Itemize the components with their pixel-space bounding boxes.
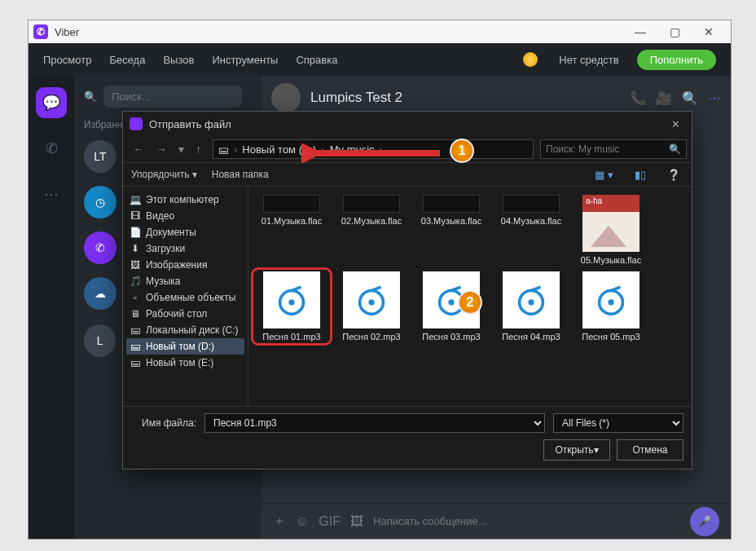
menu-chat[interactable]: Беседа [109, 54, 145, 66]
avatar: L [84, 324, 116, 357]
address-bar[interactable]: 🖴 › Новый том (D:) › My music › [213, 139, 534, 159]
app-title: Viber [55, 26, 79, 38]
avatar: ✆ [84, 231, 116, 264]
dialog-nav: ← → ▾ ↑ 🖴 › Новый том (D:) › My music › … [123, 136, 692, 162]
help-icon[interactable]: ❔ [664, 169, 683, 181]
tree-node[interactable]: 🖥Рабочий стол [126, 306, 244, 322]
search-icon: 🔍 [669, 143, 681, 155]
file-label: Песня 03.mp3 [422, 332, 480, 342]
view-mode-icon[interactable]: ▦ ▾ [591, 169, 617, 181]
chats-icon[interactable]: 💬 [36, 87, 67, 118]
breadcrumb-folder[interactable]: My music [330, 143, 375, 156]
search-chat-icon[interactable]: 🔍 [682, 90, 698, 106]
file-item[interactable]: Песня 04.mp3 [494, 271, 568, 342]
dialog-title: Отправить файл [149, 118, 231, 130]
file-thumb [503, 195, 560, 213]
tree-label: Музыка [146, 276, 180, 287]
file-open-dialog: Отправить файл ✕ ← → ▾ ↑ 🖴 › Новый том (… [122, 111, 692, 469]
dialog-toolbar: Упорядочить ▾ Новая папка ▦ ▾ ▮▯ ❔ [123, 162, 692, 187]
file-label: 05.Музыка.flac [581, 255, 641, 265]
tree-node[interactable]: 📄Документы [126, 224, 244, 240]
main-menu: Просмотр Беседа Вызов Инструменты Справк… [29, 43, 731, 76]
tree-node[interactable]: 🖴Новый том (D:) [126, 338, 244, 355]
chat-title: Lumpics Test 2 [310, 90, 402, 106]
file-label: Песня 02.mp3 [342, 332, 400, 342]
dialog-search[interactable]: Поиск: My music 🔍 [540, 139, 687, 159]
new-folder-button[interactable]: Новая папка [212, 169, 269, 180]
mic-button[interactable]: 🎤 [690, 507, 719, 536]
minimize-button[interactable]: — [623, 25, 657, 38]
nav-recent-icon[interactable]: ▾ [174, 143, 189, 156]
menu-help[interactable]: Справка [296, 54, 337, 66]
breadcrumb-drive[interactable]: Новый том (D:) [242, 143, 316, 156]
file-item[interactable]: 02.Музыка.flac [335, 195, 408, 265]
organize-button[interactable]: Упорядочить ▾ [131, 169, 197, 180]
video-call-icon[interactable]: 🎥 [656, 90, 672, 106]
file-filter[interactable]: All Files (*) [553, 413, 683, 433]
nav-up-icon[interactable]: ↑ [191, 143, 206, 156]
folder-icon: 🖼 [130, 259, 141, 271]
gif-icon[interactable]: GIF [319, 514, 341, 529]
file-grid[interactable]: 01.Музыка.flac02.Музыка.flac03.Музыка.fl… [248, 187, 692, 406]
menu-call[interactable]: Вызов [163, 54, 194, 66]
folder-icon: 💻 [130, 194, 141, 205]
folder-icon: 🎞 [130, 210, 141, 222]
maximize-button[interactable]: ▢ [657, 25, 692, 38]
title-bar: ✆ Viber — ▢ ✕ [29, 20, 731, 43]
tree-label: Новый том (D:) [146, 341, 214, 352]
file-thumb [423, 195, 480, 213]
topup-button[interactable]: Пополнить [637, 50, 716, 70]
tree-label: Рабочий стол [146, 308, 207, 320]
sticker-icon[interactable]: ☺ [296, 514, 309, 529]
search-input[interactable] [103, 86, 242, 108]
nav-back-icon[interactable]: ← [128, 143, 149, 156]
dialog-close-icon[interactable]: ✕ [666, 118, 685, 130]
file-item[interactable]: Песня 05.mp3 [574, 271, 648, 342]
tree-node[interactable]: 🖼Изображения [126, 257, 244, 273]
tree-node[interactable]: ⬇Загрузки [126, 240, 244, 257]
svg-point-3 [368, 299, 374, 305]
message-input[interactable] [373, 515, 680, 527]
attach-icon[interactable]: ＋ [273, 513, 286, 530]
filename-field[interactable]: Песня 01.mp3 [204, 413, 545, 433]
tree-node[interactable]: 🖴Новый том (E:) [126, 355, 244, 371]
file-item[interactable]: 05.Музыка.flac [574, 195, 648, 265]
preview-pane-icon[interactable]: ▮▯ [631, 169, 649, 181]
file-item[interactable]: Песня 01.mp3 [255, 271, 328, 342]
folder-tree[interactable]: 💻Этот компьютер🎞Видео📄Документы⬇Загрузки… [123, 187, 248, 406]
folder-icon: ▫ [130, 292, 141, 303]
cancel-button[interactable]: Отмена [617, 439, 683, 461]
nav-forward-icon[interactable]: → [151, 143, 172, 156]
tree-node[interactable]: ▫Объемные объекты [126, 289, 244, 306]
file-item[interactable]: 04.Музыка.flac [494, 195, 568, 265]
menu-view[interactable]: Просмотр [43, 54, 91, 66]
tree-node[interactable]: 🎞Видео [126, 208, 244, 224]
file-label: 02.Музыка.flac [341, 216, 402, 226]
chat-menu-icon[interactable]: ⋯ [708, 90, 721, 106]
file-thumb [343, 195, 400, 213]
calls-icon[interactable]: ✆ [36, 133, 67, 164]
folder-icon: 🖴 [130, 324, 141, 336]
dialog-bottom: Имя файла: Песня 01.mp3 All Files (*) От… [123, 406, 692, 469]
menu-tools[interactable]: Инструменты [212, 54, 278, 66]
file-label: Песня 01.mp3 [262, 332, 320, 342]
tree-node[interactable]: 🎵Музыка [126, 273, 244, 289]
composer: ＋ ☺ GIF 🖼 🎤 [262, 503, 731, 539]
avatar: LT [84, 140, 116, 173]
file-item[interactable]: Песня 02.mp3 [335, 271, 408, 342]
viber-logo-icon: ✆ [33, 24, 48, 39]
tree-label: Объемные объекты [146, 292, 235, 303]
tree-label: Локальный диск (C:) [146, 324, 239, 336]
file-item[interactable]: 01.Музыка.flac [255, 195, 328, 265]
open-button[interactable]: Открыть ▾ [543, 439, 610, 461]
music-file-icon [263, 271, 320, 328]
tree-node[interactable]: 🖴Локальный диск (C:) [126, 322, 244, 338]
tree-node[interactable]: 💻Этот компьютер [126, 192, 244, 208]
file-item[interactable]: 03.Музыка.flac [415, 195, 488, 265]
voice-call-icon[interactable]: 📞 [630, 90, 646, 106]
image-icon[interactable]: 🖼 [350, 514, 363, 529]
music-file-icon [343, 271, 400, 328]
file-item[interactable]: Песня 03.mp3 [415, 271, 488, 342]
more-icon[interactable]: ⋯ [36, 179, 67, 209]
close-button[interactable]: ✕ [692, 25, 726, 38]
